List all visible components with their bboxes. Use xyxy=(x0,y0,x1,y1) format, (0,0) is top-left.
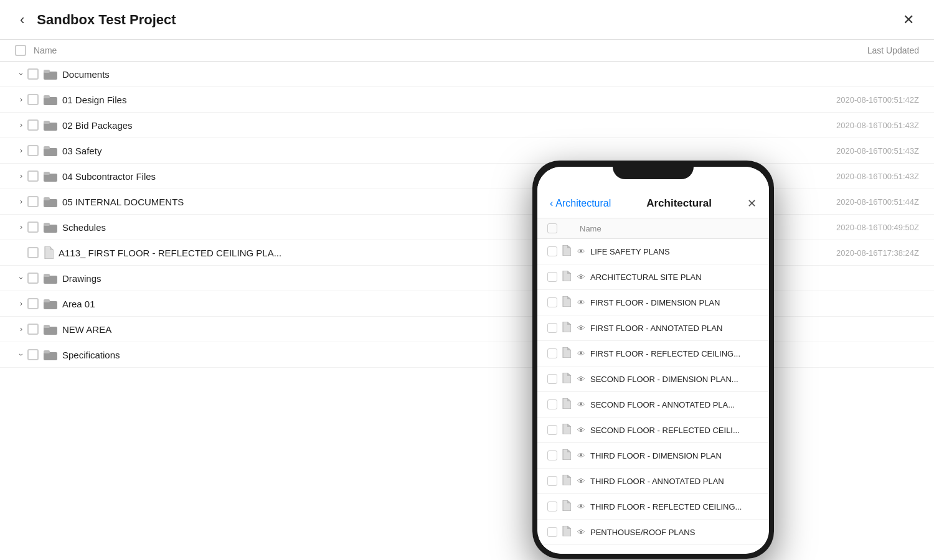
chevron-right-icon xyxy=(15,297,27,310)
svg-rect-21 xyxy=(44,350,50,353)
checkbox[interactable] xyxy=(27,247,39,258)
phone-checkbox[interactable] xyxy=(547,272,557,282)
checkbox[interactable] xyxy=(27,94,39,105)
phone-checkbox[interactable] xyxy=(547,425,557,435)
chevron-right-icon xyxy=(15,93,27,106)
list-item[interactable]: 👁 FIRST FLOOR - DIMENSION PLAN xyxy=(537,290,769,315)
phone-overlay: ‹ Architectural Architectural ✕ Name xyxy=(532,161,774,559)
file-icon xyxy=(562,322,572,334)
eye-icon: 👁 xyxy=(577,349,585,358)
phone-content: ‹ Architectural Architectural ✕ Name xyxy=(537,167,769,554)
chevron-right-icon xyxy=(15,170,27,182)
checkbox[interactable] xyxy=(27,196,39,207)
select-all-checkbox[interactable] xyxy=(15,45,26,56)
phone-title: Architectural xyxy=(646,197,712,210)
list-item[interactable]: 👁 THIRD FLOOR - ANNOTATED PLAN xyxy=(537,469,769,494)
phone-checkbox[interactable] xyxy=(547,374,557,384)
eye-icon: 👁 xyxy=(577,502,585,511)
tree-row[interactable]: Area 01 xyxy=(0,291,934,317)
tree-row[interactable]: Drawings xyxy=(0,266,934,291)
chevron-down-icon xyxy=(15,68,27,80)
list-item[interactable]: 👁 THIRD FLOOR - REFLECTED CEILING... xyxy=(537,494,769,520)
list-item[interactable]: 👁 ARCHITECTURAL SITE PLAN xyxy=(537,264,769,290)
row-name: FIRST FLOOR - REFLECTED CEILING... xyxy=(590,349,759,358)
phone-checkbox[interactable] xyxy=(547,348,557,358)
svg-rect-13 xyxy=(44,223,50,226)
file-icon xyxy=(562,449,572,462)
tree-row[interactable]: Specifications xyxy=(0,342,934,368)
tree-row[interactable]: Documents xyxy=(0,62,934,87)
chevron-down-icon xyxy=(15,348,27,361)
checkbox[interactable] xyxy=(27,273,39,284)
row-date: 2020-08-16T00:49:50Z xyxy=(836,223,919,232)
svg-rect-7 xyxy=(44,146,50,149)
checkbox[interactable] xyxy=(27,298,39,309)
tree-row[interactable]: 05 INTERNAL DOCUMENTS 2020-08-16T00:51:4… xyxy=(0,189,934,215)
row-date: 2020-08-16T00:51:43Z xyxy=(836,146,919,156)
folder-icon xyxy=(44,68,57,80)
tree-row[interactable]: 04 Subcontractor Files 2020-08-16T00:51:… xyxy=(0,164,934,189)
phone-checkbox[interactable] xyxy=(547,450,557,460)
list-item[interactable]: 👁 FIRST FLOOR - REFLECTED CEILING... xyxy=(537,341,769,366)
list-item[interactable]: 👁 SECOND FLOOR - ANNOTATED PLA... xyxy=(537,392,769,418)
eye-icon: 👁 xyxy=(577,400,585,409)
phone-file-list[interactable]: 👁 LIFE SAFETY PLANS 👁 ARCHITECTURAL SITE… xyxy=(537,239,769,554)
file-icon xyxy=(562,296,572,309)
back-button[interactable]: ‹ xyxy=(15,9,29,30)
file-icon xyxy=(44,246,54,259)
phone-checkbox[interactable] xyxy=(547,476,557,486)
list-item[interactable]: 👁 PENTHOUSE/ROOF PLANS xyxy=(537,520,769,545)
checkbox[interactable] xyxy=(27,119,39,131)
checkbox[interactable] xyxy=(27,170,39,182)
folder-icon xyxy=(44,222,57,233)
file-icon xyxy=(562,424,572,436)
main-panel: ‹ Sandbox Test Project ✕ Name Last Updat… xyxy=(0,0,934,560)
phone-checkbox[interactable] xyxy=(547,502,557,511)
phone-notch xyxy=(613,161,694,179)
eye-icon: 👁 xyxy=(577,528,585,537)
list-item[interactable]: 👁 FIRST FLOOR - ANNOTATED PLAN xyxy=(537,315,769,341)
list-item[interactable]: 👁 SECOND FLOOR - REFLECTED CEILI... xyxy=(537,418,769,443)
tree-row[interactable]: A113_ FIRST FLOOR - REFLECTED CEILING PL… xyxy=(0,240,934,266)
checkbox[interactable] xyxy=(27,68,39,80)
svg-rect-11 xyxy=(44,197,50,200)
tree-row[interactable]: 01 Design Files 2020-08-16T00:51:42Z xyxy=(0,87,934,113)
file-icon xyxy=(562,245,572,258)
checkbox[interactable] xyxy=(27,349,39,360)
row-name: Area 01 xyxy=(62,299,919,309)
col-header-left: Name xyxy=(15,45,57,56)
chevron-right-icon xyxy=(15,323,27,335)
tree-row[interactable]: Schedules 2020-08-16T00:49:50Z xyxy=(0,215,934,240)
file-icon xyxy=(562,500,572,513)
list-item[interactable]: 👁 THIRD FLOOR - DIMENSION PLAN xyxy=(537,443,769,469)
tree-row[interactable]: 02 Bid Packages 2020-08-16T00:51:43Z xyxy=(0,113,934,138)
checkbox[interactable] xyxy=(27,222,39,233)
svg-rect-5 xyxy=(44,121,50,124)
phone-close-button[interactable]: ✕ xyxy=(747,197,757,210)
phone-checkbox[interactable] xyxy=(547,527,557,537)
folder-icon xyxy=(44,170,57,182)
phone-back-label: Architectural xyxy=(555,198,611,209)
page-title: Sandbox Test Project xyxy=(37,12,176,28)
row-name: 02 Bid Packages xyxy=(62,120,836,131)
phone-col-name-label: Name xyxy=(580,224,601,233)
row-date: 2020-08-16T00:51:43Z xyxy=(836,121,919,130)
eye-icon: 👁 xyxy=(577,247,585,256)
tree-row[interactable]: 03 Safety 2020-08-16T00:51:43Z xyxy=(0,138,934,164)
phone-checkbox[interactable] xyxy=(547,246,557,256)
list-item[interactable]: 👁 LIFE SAFETY PLANS xyxy=(537,239,769,264)
tree-row[interactable]: NEW AREA xyxy=(0,317,934,342)
close-button[interactable]: ✕ xyxy=(898,9,919,30)
phone-checkbox[interactable] xyxy=(547,399,557,409)
row-name: ARCHITECTURAL SITE PLAN xyxy=(590,273,759,282)
list-item[interactable]: 👁 SECOND FLOOR - DIMENSION PLAN... xyxy=(537,366,769,392)
col-name-label: Name xyxy=(34,45,57,55)
phone-select-all-checkbox[interactable] xyxy=(547,223,557,233)
svg-rect-19 xyxy=(44,325,50,328)
checkbox[interactable] xyxy=(27,324,39,335)
row-date: 2020-08-16T00:51:42Z xyxy=(836,95,919,105)
phone-checkbox[interactable] xyxy=(547,323,557,333)
checkbox[interactable] xyxy=(27,145,39,156)
phone-checkbox[interactable] xyxy=(547,297,557,307)
phone-back-button[interactable]: ‹ Architectural xyxy=(550,198,611,209)
